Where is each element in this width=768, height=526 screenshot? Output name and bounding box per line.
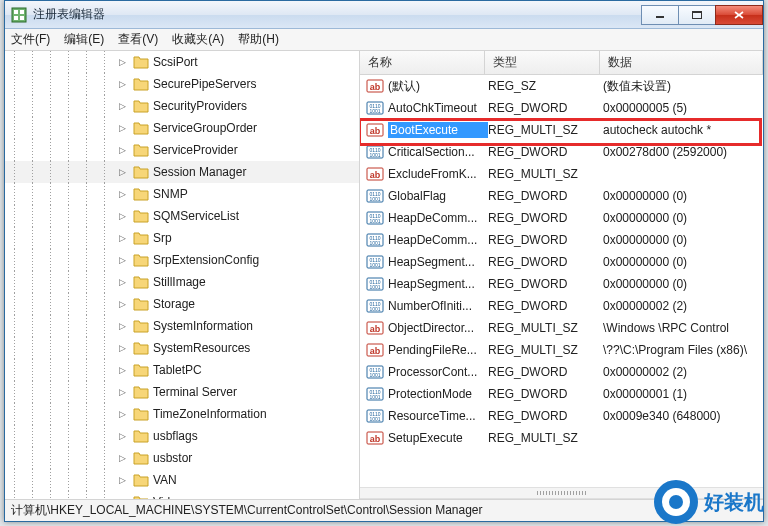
folder-icon bbox=[133, 341, 149, 355]
expand-icon[interactable]: ▷ bbox=[117, 167, 128, 178]
list-row[interactable]: PendingFileRe...REG_MULTI_SZ\??\C:\Progr… bbox=[360, 339, 763, 361]
tree-item[interactable]: ▷TabletPC bbox=[5, 359, 359, 381]
list-row[interactable]: CriticalSection...REG_DWORD0x00278d00 (2… bbox=[360, 141, 763, 163]
expand-icon[interactable]: ▷ bbox=[117, 189, 128, 200]
list-row[interactable]: ExcludeFromK...REG_MULTI_SZ bbox=[360, 163, 763, 185]
expand-icon[interactable]: ▷ bbox=[117, 431, 128, 442]
menu-view[interactable]: 查看(V) bbox=[118, 31, 158, 48]
expand-icon[interactable]: ▷ bbox=[117, 497, 128, 500]
tree-item[interactable]: ▷SecurePipeServers bbox=[5, 73, 359, 95]
value-type: REG_DWORD bbox=[488, 189, 603, 203]
list-pane[interactable]: 名称 类型 数据 (默认)REG_SZ(数值未设置)AutoChkTimeout… bbox=[360, 51, 763, 499]
expand-icon[interactable]: ▷ bbox=[117, 321, 128, 332]
expand-icon[interactable]: ▷ bbox=[117, 145, 128, 156]
expand-icon[interactable]: ▷ bbox=[117, 387, 128, 398]
list-row[interactable]: HeapSegment...REG_DWORD0x00000000 (0) bbox=[360, 273, 763, 295]
tree-item[interactable]: ▷SrpExtensionConfig bbox=[5, 249, 359, 271]
value-data: \Windows \RPC Control bbox=[603, 321, 763, 335]
col-name[interactable]: 名称 bbox=[360, 51, 485, 74]
expand-icon[interactable]: ▷ bbox=[117, 57, 128, 68]
tree-item[interactable]: ▷Session Manager bbox=[5, 161, 359, 183]
close-button[interactable] bbox=[715, 5, 763, 25]
tree-item[interactable]: ▷usbflags bbox=[5, 425, 359, 447]
list-row[interactable]: HeapDeComm...REG_DWORD0x00000000 (0) bbox=[360, 229, 763, 251]
folder-icon bbox=[133, 231, 149, 245]
tree-item[interactable]: ▷ScsiPort bbox=[5, 51, 359, 73]
list-row[interactable]: ProcessorCont...REG_DWORD0x00000002 (2) bbox=[360, 361, 763, 383]
tree-item[interactable]: ▷ServiceGroupOrder bbox=[5, 117, 359, 139]
list-row[interactable]: SetupExecuteREG_MULTI_SZ bbox=[360, 427, 763, 449]
expand-icon[interactable]: ▷ bbox=[117, 409, 128, 420]
menu-edit[interactable]: 编辑(E) bbox=[64, 31, 104, 48]
expand-icon[interactable]: ▷ bbox=[117, 79, 128, 90]
tree-item[interactable]: ▷usbstor bbox=[5, 447, 359, 469]
tree-item[interactable]: ▷StillImage bbox=[5, 271, 359, 293]
folder-icon bbox=[133, 363, 149, 377]
tree-item[interactable]: ▷Storage bbox=[5, 293, 359, 315]
list-row[interactable]: NumberOfIniti...REG_DWORD0x00000002 (2) bbox=[360, 295, 763, 317]
expand-icon[interactable]: ▷ bbox=[117, 123, 128, 134]
folder-icon bbox=[133, 429, 149, 443]
col-type[interactable]: 类型 bbox=[485, 51, 600, 74]
folder-icon bbox=[133, 121, 149, 135]
tree-item[interactable]: ▷Srp bbox=[5, 227, 359, 249]
expand-icon[interactable]: ▷ bbox=[117, 343, 128, 354]
value-data: 0x00278d00 (2592000) bbox=[603, 145, 763, 159]
menu-file[interactable]: 文件(F) bbox=[11, 31, 50, 48]
value-name: HeapDeComm... bbox=[388, 233, 488, 247]
expand-icon[interactable]: ▷ bbox=[117, 211, 128, 222]
list-row[interactable]: GlobalFlagREG_DWORD0x00000000 (0) bbox=[360, 185, 763, 207]
horizontal-scroll[interactable] bbox=[360, 487, 763, 499]
expand-icon[interactable]: ▷ bbox=[117, 233, 128, 244]
value-name: ProcessorCont... bbox=[388, 365, 488, 379]
tree-item[interactable]: ▷ServiceProvider bbox=[5, 139, 359, 161]
expand-icon[interactable]: ▷ bbox=[117, 475, 128, 486]
string-value-icon bbox=[366, 77, 384, 95]
value-data: \??\C:\Program Files (x86)\ bbox=[603, 343, 763, 357]
tree-item-label: SystemInformation bbox=[153, 319, 253, 333]
list-row[interactable]: HeapSegment...REG_DWORD0x00000000 (0) bbox=[360, 251, 763, 273]
folder-icon bbox=[133, 451, 149, 465]
tree-item[interactable]: ▷SNMP bbox=[5, 183, 359, 205]
minimize-button[interactable] bbox=[641, 5, 679, 25]
list-row[interactable]: BootExecuteREG_MULTI_SZautocheck autochk… bbox=[360, 119, 763, 141]
tree-item-label: SecurePipeServers bbox=[153, 77, 256, 91]
folder-icon bbox=[133, 55, 149, 69]
list-row[interactable]: ObjectDirector...REG_MULTI_SZ\Windows \R… bbox=[360, 317, 763, 339]
tree-item-label: TabletPC bbox=[153, 363, 202, 377]
titlebar[interactable]: 注册表编辑器 bbox=[5, 1, 763, 29]
list-row[interactable]: ProtectionModeREG_DWORD0x00000001 (1) bbox=[360, 383, 763, 405]
list-row[interactable]: (默认)REG_SZ(数值未设置) bbox=[360, 75, 763, 97]
folder-icon bbox=[133, 275, 149, 289]
tree-pane[interactable]: ▷ScsiPort▷SecurePipeServers▷SecurityProv… bbox=[5, 51, 360, 499]
expand-icon[interactable]: ▷ bbox=[117, 365, 128, 376]
tree-item-label: ServiceProvider bbox=[153, 143, 238, 157]
value-data: 0x00000000 (0) bbox=[603, 189, 763, 203]
svg-rect-2 bbox=[20, 10, 24, 14]
tree-item[interactable]: ▷SecurityProviders bbox=[5, 95, 359, 117]
col-data[interactable]: 数据 bbox=[600, 51, 763, 74]
expand-icon[interactable]: ▷ bbox=[117, 255, 128, 266]
tree-item[interactable]: ▷SystemInformation bbox=[5, 315, 359, 337]
tree-item[interactable]: ▷TimeZoneInformation bbox=[5, 403, 359, 425]
expand-icon[interactable]: ▷ bbox=[117, 299, 128, 310]
folder-icon bbox=[133, 77, 149, 91]
folder-icon bbox=[133, 319, 149, 333]
list-row[interactable]: AutoChkTimeoutREG_DWORD0x00000005 (5) bbox=[360, 97, 763, 119]
maximize-button[interactable] bbox=[678, 5, 716, 25]
expand-icon[interactable]: ▷ bbox=[117, 101, 128, 112]
tree-item[interactable]: ▷SystemResources bbox=[5, 337, 359, 359]
expand-icon[interactable]: ▷ bbox=[117, 277, 128, 288]
tree-item[interactable]: ▷Terminal Server bbox=[5, 381, 359, 403]
menu-fav[interactable]: 收藏夹(A) bbox=[172, 31, 224, 48]
list-row[interactable]: HeapDeComm...REG_DWORD0x00000000 (0) bbox=[360, 207, 763, 229]
tree-item[interactable]: ▷Video bbox=[5, 491, 359, 499]
tree-item-label: VAN bbox=[153, 473, 177, 487]
list-row[interactable]: ResourceTime...REG_DWORD0x0009e340 (6480… bbox=[360, 405, 763, 427]
value-type: REG_SZ bbox=[488, 79, 603, 93]
expand-icon[interactable]: ▷ bbox=[117, 453, 128, 464]
value-data: 0x00000002 (2) bbox=[603, 299, 763, 313]
menu-help[interactable]: 帮助(H) bbox=[238, 31, 279, 48]
tree-item[interactable]: ▷VAN bbox=[5, 469, 359, 491]
tree-item[interactable]: ▷SQMServiceList bbox=[5, 205, 359, 227]
